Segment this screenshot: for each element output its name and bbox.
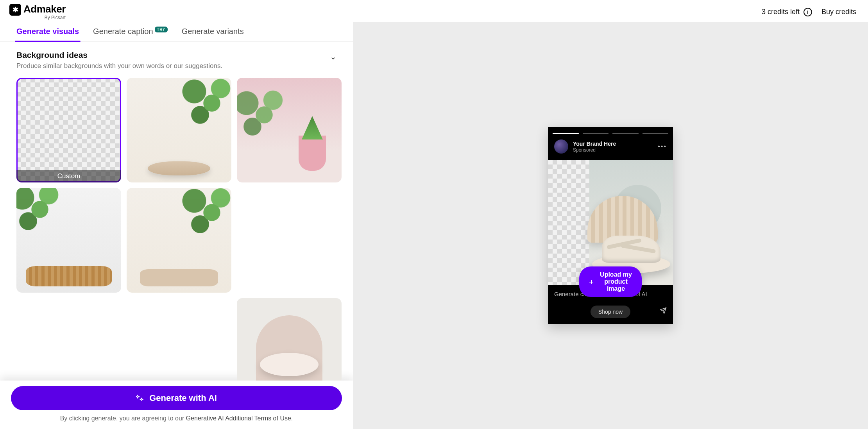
background-grid-scroll[interactable]: Custom bbox=[0, 73, 353, 381]
preview-canvas: Your Brand Here Sponsored ••• Generate c… bbox=[353, 22, 868, 429]
avatar bbox=[554, 139, 568, 154]
disclaimer-prefix: By clicking generate, you are agreeing t… bbox=[60, 415, 186, 422]
bg-tile-3[interactable] bbox=[237, 78, 342, 182]
preview-brand-row: Your Brand Here Sponsored ••• bbox=[548, 134, 673, 160]
shop-now-button: Shop now bbox=[591, 306, 630, 318]
plinth-shape bbox=[140, 269, 218, 286]
chevron-down-icon[interactable]: ⌄ bbox=[330, 50, 336, 61]
upload-product-label: Upload my product image bbox=[599, 271, 633, 292]
leaf-icon bbox=[177, 188, 231, 242]
bg-tile-custom-label: Custom bbox=[16, 170, 121, 182]
plant-pot-shape bbox=[299, 136, 326, 171]
transparency-slice bbox=[548, 160, 589, 285]
try-badge: TRY bbox=[155, 27, 168, 32]
tab-generate-caption[interactable]: Generate captionTRY bbox=[93, 27, 168, 41]
tab-generate-visuals[interactable]: Generate visuals bbox=[16, 27, 79, 41]
podium-shape bbox=[148, 161, 210, 175]
ad-preview-mock: Your Brand Here Sponsored ••• Generate c… bbox=[548, 127, 673, 324]
credits-left: 3 credits left i bbox=[762, 8, 812, 16]
send-icon bbox=[660, 307, 667, 316]
app-header: ✱ Admaker By Picsart 3 credits left i Bu… bbox=[0, 0, 868, 22]
generate-button-label: Generate with AI bbox=[149, 393, 217, 403]
preview-brand-name: Your Brand Here bbox=[573, 141, 616, 147]
tab-generate-variants-label: Generate variants bbox=[182, 27, 244, 36]
credits-left-text: 3 credits left bbox=[762, 8, 800, 16]
tabs: Generate visuals Generate captionTRY Gen… bbox=[0, 22, 353, 42]
action-bar: Generate with AI By clicking generate, y… bbox=[0, 381, 353, 429]
bg-tile-6[interactable] bbox=[237, 298, 342, 381]
generate-button[interactable]: Generate with AI bbox=[11, 386, 342, 410]
preview-sponsored-label: Sponsored bbox=[573, 147, 616, 153]
bg-tile-5[interactable] bbox=[127, 188, 231, 293]
preview-cta-row: Shop now bbox=[548, 306, 673, 324]
leaf-icon bbox=[16, 188, 63, 239]
left-panel: Generate visuals Generate captionTRY Gen… bbox=[0, 22, 353, 429]
leaf-icon bbox=[237, 86, 288, 144]
section-description: Produce similar backgrounds with your ow… bbox=[16, 62, 222, 70]
section-title: Background ideas bbox=[16, 50, 222, 60]
tab-generate-visuals-label: Generate visuals bbox=[16, 27, 79, 36]
background-grid: Custom bbox=[16, 78, 336, 381]
disclaimer-suffix: . bbox=[291, 415, 293, 422]
info-icon[interactable]: i bbox=[804, 8, 812, 16]
upload-product-button[interactable]: ＋ Upload my product image bbox=[579, 266, 642, 297]
sparkle-icon bbox=[136, 394, 144, 402]
brand-title: Admaker bbox=[23, 4, 66, 14]
more-icon[interactable]: ••• bbox=[658, 143, 667, 150]
buy-credits-button[interactable]: Buy credits bbox=[821, 8, 856, 16]
bg-tile-custom[interactable]: Custom bbox=[16, 78, 121, 182]
bg-tile-2[interactable] bbox=[127, 78, 231, 182]
plant-shape bbox=[302, 116, 323, 139]
wood-slab-shape bbox=[26, 266, 112, 286]
bg-tile-4[interactable] bbox=[16, 188, 121, 293]
brand-subtitle: By Picsart bbox=[45, 15, 66, 20]
cylinder-shape bbox=[260, 353, 319, 376]
disclaimer: By clicking generate, you are agreeing t… bbox=[11, 415, 342, 422]
leaf-icon bbox=[177, 78, 231, 132]
brand-block: ✱ Admaker By Picsart bbox=[9, 4, 66, 20]
story-progress-bar bbox=[548, 127, 673, 134]
tab-generate-caption-label: Generate caption bbox=[93, 27, 153, 36]
terms-link[interactable]: Generative AI Additional Terms of Use bbox=[186, 415, 291, 422]
plus-icon: ＋ bbox=[588, 277, 595, 286]
tab-generate-variants[interactable]: Generate variants bbox=[182, 27, 244, 41]
brand-logo-icon: ✱ bbox=[9, 4, 21, 16]
